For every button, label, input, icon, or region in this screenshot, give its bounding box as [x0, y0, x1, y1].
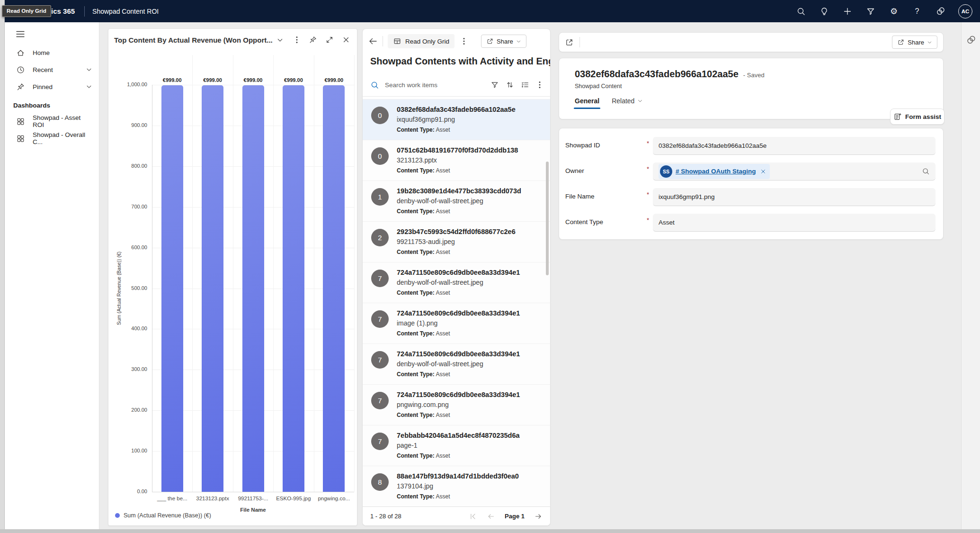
tab-general[interactable]: General [575, 97, 599, 105]
top-navigation-bar: Dynamics 365 Showpad Content ROI ⚙ ? AC [5, 0, 980, 22]
bar-___ the be... [161, 85, 183, 492]
bar-value-label: €999.00 [314, 77, 354, 83]
previous-page-icon[interactable] [487, 512, 495, 521]
item-file-name: denby-wolf-of-wall-street.jpeg [397, 359, 543, 369]
list-item[interactable]: 7724a71150e809c6d9db0ee8a33d394e1denby-w… [363, 262, 550, 303]
chart-legend: Sum (Actual Revenue (Base)) (€) [115, 512, 211, 519]
y-axis-tick-label: 900.00 [112, 122, 147, 128]
field-showpad-id: Showpad ID * 0382ef68dafa3c43fadeb966a10… [565, 137, 935, 155]
item-content-type: Content Type: Asset [397, 207, 543, 216]
first-page-icon[interactable] [469, 512, 477, 521]
hamburger-menu-icon[interactable] [16, 31, 99, 37]
showpad-id-input[interactable]: 0382ef68dafa3c43fadeb966a102aa5e [653, 137, 935, 155]
popout-icon[interactable] [565, 38, 574, 47]
app-title[interactable]: Showpad Content ROI [92, 8, 159, 15]
multiselect-icon[interactable] [521, 81, 529, 89]
plus-icon[interactable] [842, 6, 853, 17]
item-file-name: denby-wolf-of-wall-street.jpeg [397, 196, 543, 206]
share-button[interactable]: Share [481, 35, 526, 48]
view-selector-read-only-grid[interactable]: Read Only Grid [388, 34, 454, 48]
bar-value-label: €999.00 [193, 77, 233, 83]
field-value: Asset [659, 219, 675, 226]
next-page-icon[interactable] [534, 512, 543, 521]
more-options-kebab-icon[interactable] [536, 81, 543, 89]
activity-count-badge: 7 [371, 351, 389, 369]
sort-icon[interactable] [506, 81, 514, 89]
filter-icon[interactable] [865, 6, 876, 17]
sidebar-item-dashboard-asset-roi[interactable]: Showpad - Asset ROI [5, 113, 99, 130]
sidebar-item-dashboard-overall[interactable]: Showpad - Overall C... [5, 130, 99, 147]
owner-link[interactable]: # Showpad OAuth Staging [676, 168, 756, 175]
field-label: Content Type [565, 218, 603, 226]
list-item[interactable]: 7724a71150e809c6d9db0ee8a33d394e1pngwing… [363, 384, 550, 425]
work-items-panel: Read Only Grid Share Showpad Contents wi… [362, 28, 551, 526]
search-icon[interactable] [796, 6, 806, 17]
lookup-search-icon[interactable] [922, 167, 930, 175]
list-item[interactable]: 119b28c3089e1d4e477bc38393cdd073ddenby-w… [363, 181, 550, 221]
x-axis-tick-label: pngwing.co... [313, 496, 354, 501]
user-avatar[interactable]: AC [958, 4, 972, 18]
remove-owner-icon[interactable] [760, 169, 766, 174]
copilot-icon[interactable] [966, 35, 976, 45]
record-range: 1 - 28 of 28 [370, 513, 401, 520]
general-tab-form: Showpad ID * 0382ef68dafa3c43fadeb966a10… [559, 128, 944, 240]
activity-count-badge: 2 [371, 229, 389, 246]
list-item[interactable]: 888ae147bf913d9a14d7d1bdded3f0ea01379104… [363, 466, 550, 506]
y-axis-tick-label: 800.00 [112, 163, 147, 169]
bar-ESKO-995.jpg [283, 85, 304, 492]
clock-icon [16, 65, 25, 74]
dynamics-app-icon[interactable] [935, 6, 945, 17]
item-file-name: denby-wolf-of-wall-street.jpeg [397, 278, 543, 288]
item-file-name: ixquuf36gmp91.png [397, 115, 543, 125]
form-assist-button[interactable]: Form assist [890, 108, 944, 125]
list-item[interactable]: 7724a71150e809c6d9db0ee8a33d394e1image (… [363, 303, 550, 343]
list-footer: 1 - 28 of 28 Page 1 [363, 506, 550, 525]
required-asterisk: * [647, 217, 649, 224]
field-owner: Owner * SS # Showpad OAuth Staging [565, 163, 935, 181]
sidebar-item-recent[interactable]: Recent [5, 61, 99, 78]
view-title[interactable]: Showpad Contents with Activity and Enga [370, 56, 550, 67]
topbar-divider [84, 6, 85, 17]
item-content-type: Content Type: Asset [397, 410, 543, 420]
share-button[interactable]: Share [892, 36, 937, 49]
dashboard-icon [16, 134, 25, 143]
search-input[interactable] [385, 81, 490, 89]
sidebar-item-pinned[interactable]: Pinned [5, 78, 99, 95]
item-title: 0751c62b481916770f0f3d70d2ddb138 [397, 145, 543, 155]
bar-3213123.pptx [202, 85, 223, 492]
settings-gear-icon[interactable]: ⚙ [889, 6, 899, 17]
sidebar-section-dashboards: Dashboards [5, 95, 99, 113]
list-item[interactable]: 00751c62b481916770f0f3d70d2ddb1383213123… [363, 140, 550, 181]
back-arrow-icon[interactable] [368, 36, 378, 46]
tab-related-label: Related [612, 97, 634, 105]
item-title: 88ae147bf913d9a14d7d1bdded3f0ea0 [397, 471, 543, 481]
record-header: 0382ef68dafa3c43fadeb966a102aa5e - Saved… [559, 58, 944, 119]
help-icon[interactable]: ? [912, 6, 922, 17]
owner-pill[interactable]: SS # Showpad OAuth Staging [659, 164, 770, 179]
file-name-input[interactable]: ixquuf36gmp91.png [653, 188, 935, 206]
site-map-sidebar: Home Recent Pinned Dashboards Showpad - … [5, 22, 99, 529]
content-type-input[interactable]: Asset [653, 214, 935, 232]
more-options-kebab-icon[interactable] [460, 37, 468, 45]
list-scrollbar-thumb[interactable] [546, 162, 549, 275]
activity-count-badge: 7 [371, 270, 389, 287]
lightbulb-icon[interactable] [819, 6, 829, 17]
entity-name: Showpad Content [575, 83, 932, 90]
list-item[interactable]: 22923b47c5993c54d2ffd0f688677c2e69921175… [363, 221, 550, 262]
x-axis-tick-label: 99211753-... [233, 496, 274, 501]
bar-99211753-... [242, 85, 264, 492]
filter-icon[interactable] [490, 81, 499, 89]
chevron-down-icon [86, 66, 92, 73]
list-item[interactable]: 00382ef68dafa3c43fadeb966a102aa5eixquuf3… [363, 99, 550, 140]
required-asterisk: * [647, 165, 649, 172]
owner-lookup-input[interactable]: SS # Showpad OAuth Staging [653, 163, 935, 181]
list-item[interactable]: 77ebbabb42046a1a5d4ec8f4870235d6apage-1C… [363, 425, 550, 466]
item-content-type: Content Type: Asset [397, 125, 543, 135]
sidebar-item-home[interactable]: Home [5, 44, 99, 61]
item-content-type: Content Type: Asset [397, 166, 543, 175]
dashboard-icon [16, 117, 25, 126]
form-command-bar: Share [559, 32, 944, 52]
list-item[interactable]: 7724a71150e809c6d9db0ee8a33d394e1denby-w… [363, 343, 550, 384]
tab-related[interactable]: Related [612, 97, 643, 105]
item-title: 724a71150e809c6d9db0ee8a33d394e1 [397, 268, 543, 278]
